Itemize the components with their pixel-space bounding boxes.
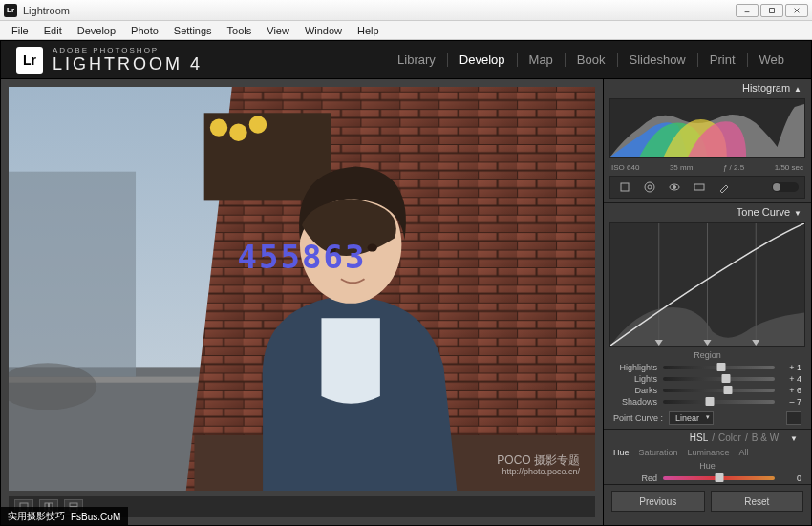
slider-highlights: Highlights+ 1: [604, 362, 811, 373]
slider-darks: Darks+ 6: [604, 385, 811, 396]
footer-watermark-cn: 实用摄影技巧: [8, 510, 65, 523]
module-library[interactable]: Library: [386, 53, 448, 67]
exif-iso: ISO 640: [611, 163, 639, 172]
svg-point-29: [645, 182, 654, 192]
svg-rect-12: [9, 172, 136, 377]
hsl-mode-color[interactable]: Color: [715, 432, 745, 443]
grad-filter-icon[interactable]: [691, 179, 708, 195]
slider-label: Highlights: [613, 363, 657, 372]
slider-shadows: Shadows– 7: [604, 396, 811, 408]
brand-row: Lr ADOBE PHOTOSHOP LIGHTROOM 4 LibraryDe…: [1, 41, 811, 79]
workspace: 455863 POCO 摄影专题 http://photo.poco.cn/ H…: [1, 79, 811, 525]
slider-value: – 7: [780, 397, 801, 407]
redeye-tool-icon[interactable]: [666, 179, 683, 195]
slider-label: Lights: [613, 374, 657, 384]
svg-point-30: [648, 185, 652, 189]
module-print[interactable]: Print: [698, 53, 748, 67]
svg-rect-33: [694, 184, 704, 190]
hsl-tab-all[interactable]: All: [739, 448, 749, 457]
tonecurve-header[interactable]: Tone Curve▼: [604, 203, 811, 221]
hsl-mode-hsl[interactable]: HSL: [686, 432, 712, 443]
panel-switch[interactable]: [772, 182, 799, 192]
slider-value: + 1: [780, 363, 801, 372]
reset-button[interactable]: Reset: [711, 491, 804, 512]
menubar: FileEditDevelopPhotoSettingsToolsViewWin…: [0, 21, 812, 40]
menu-window[interactable]: Window: [297, 23, 350, 38]
slider-label: Darks: [613, 386, 657, 395]
previous-button[interactable]: Previous: [611, 491, 705, 512]
module-picker: LibraryDevelopMapBookSlideshowPrintWeb: [386, 53, 796, 67]
menu-tools[interactable]: Tools: [220, 23, 260, 38]
svg-rect-26: [70, 503, 77, 507]
exif-focal: 35 mm: [670, 163, 693, 172]
app-icon: Lr: [4, 4, 17, 17]
spot-removal-icon[interactable]: [641, 179, 658, 195]
menu-view[interactable]: View: [259, 23, 297, 38]
watermark-poco-line2: http://photo.poco.cn/: [497, 467, 580, 477]
photo-preview[interactable]: 455863 POCO 摄影专题 http://photo.poco.cn/: [9, 87, 595, 491]
menu-help[interactable]: Help: [350, 23, 387, 38]
brush-tool-icon[interactable]: [716, 179, 733, 195]
histogram-graph[interactable]: [609, 98, 805, 158]
hsl-mode-bw[interactable]: B & W: [748, 432, 782, 443]
slider-label: Shadows: [613, 397, 657, 407]
close-button[interactable]: [785, 4, 808, 17]
module-develop[interactable]: Develop: [448, 53, 518, 67]
prev-reset-row: Previous Reset: [604, 485, 811, 517]
slider-value: + 6: [780, 386, 801, 395]
hsl-tab-saturation[interactable]: Saturation: [639, 448, 678, 457]
crop-tool-icon[interactable]: [616, 179, 633, 195]
histogram-panel: Histogram▲ ISO 640 35 mm ƒ / 2.5 1/50 se…: [604, 79, 811, 203]
module-web[interactable]: Web: [748, 53, 797, 67]
window-titlebar: Lr Lightroom: [0, 0, 812, 21]
minimize-button[interactable]: [736, 4, 759, 17]
tonecurve-graph[interactable]: [609, 222, 805, 347]
hsl-tab-hue[interactable]: Hue: [613, 448, 630, 457]
footer-watermark-en: FsBus.CoM: [71, 512, 120, 522]
slider-track[interactable]: [663, 476, 775, 480]
hsl-panel: HSL/Color/B & W▼ HueSaturationLuminanceA…: [604, 430, 811, 485]
menu-file[interactable]: File: [4, 23, 36, 38]
brand-line1: ADOBE PHOTOSHOP: [53, 46, 203, 54]
footer-watermark: 实用摄影技巧 FsBus.CoM: [0, 507, 128, 526]
module-slideshow[interactable]: Slideshow: [618, 53, 698, 67]
menu-develop[interactable]: Develop: [70, 23, 123, 38]
tool-strip: [609, 176, 805, 199]
app-frame: Lr ADOBE PHOTOSHOP LIGHTROOM 4 LibraryDe…: [0, 40, 812, 526]
hsl-sublabel: Hue: [604, 459, 811, 473]
hsl-tabs: HueSaturationLuminanceAll: [604, 446, 811, 459]
slider-track[interactable]: [663, 389, 775, 392]
pointcurve-select[interactable]: Linear: [669, 411, 714, 425]
menu-photo[interactable]: Photo: [123, 23, 166, 38]
brand-text: ADOBE PHOTOSHOP LIGHTROOM 4: [53, 46, 203, 74]
svg-point-17: [229, 124, 246, 141]
watermark-number: 455863: [238, 238, 367, 276]
svg-point-22: [368, 243, 377, 251]
slider-track[interactable]: [663, 400, 775, 404]
slider-track[interactable]: [663, 377, 775, 381]
module-book[interactable]: Book: [566, 53, 618, 67]
right-panel: Histogram▲ ISO 640 35 mm ƒ / 2.5 1/50 se…: [603, 79, 811, 525]
slider-label: Red: [613, 473, 657, 483]
maximize-button[interactable]: [760, 4, 783, 17]
watermark-poco: POCO 摄影专题 http://photo.poco.cn/: [497, 453, 580, 477]
region-label: Region: [604, 348, 811, 362]
slider-track[interactable]: [663, 366, 775, 369]
menu-settings[interactable]: Settings: [166, 23, 220, 38]
svg-point-16: [210, 118, 227, 136]
histogram-header[interactable]: Histogram▲: [604, 79, 811, 96]
brand-badge: Lr: [16, 47, 43, 74]
histogram-info: ISO 640 35 mm ƒ / 2.5 1/50 sec: [604, 161, 811, 176]
menu-edit[interactable]: Edit: [36, 23, 70, 38]
svg-point-32: [673, 186, 676, 189]
hsl-tab-luminance[interactable]: Luminance: [688, 448, 730, 457]
slider-lights: Lights+ 4: [604, 373, 811, 385]
pointcurve-label: Point Curve :: [613, 413, 663, 423]
pointcurve-edit-icon[interactable]: [786, 411, 801, 425]
hsl-header[interactable]: HSL/Color/B & W▼: [604, 430, 811, 446]
watermark-poco-line1: POCO 摄影专题: [497, 453, 580, 467]
module-map[interactable]: Map: [518, 53, 566, 67]
window-title: Lightroom: [23, 5, 70, 16]
tonecurve-panel: Tone Curve▼ Region Highlights+ 1Lights+ …: [604, 203, 811, 430]
canvas-pane: 455863 POCO 摄影专题 http://photo.poco.cn/: [1, 79, 603, 525]
